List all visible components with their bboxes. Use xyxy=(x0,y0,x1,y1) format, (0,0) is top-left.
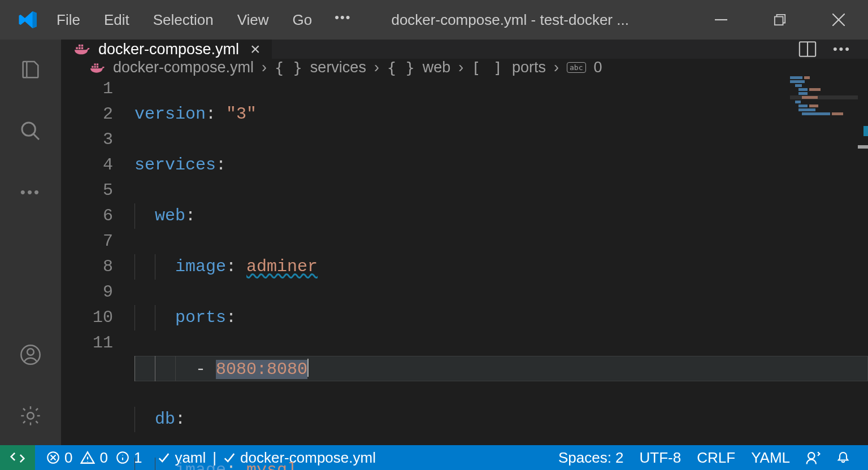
menu-go[interactable]: Go xyxy=(293,11,313,29)
main-menu: File Edit Selection View Go xyxy=(57,11,312,29)
breadcrumb-ports[interactable]: ports xyxy=(512,59,546,76)
minimize-button[interactable] xyxy=(692,0,750,40)
editor-area: docker-compose.yml × ••• docker-compose.… xyxy=(61,40,868,445)
chevron-right-icon: › xyxy=(554,59,559,76)
chevron-right-icon: › xyxy=(458,59,463,76)
info-marker[interactable] xyxy=(863,126,868,136)
tab-bar: docker-compose.yml × ••• xyxy=(61,40,868,59)
svg-point-3 xyxy=(27,349,34,355)
activity-more-icon[interactable]: ••• xyxy=(17,179,44,206)
settings-gear-icon[interactable] xyxy=(17,402,44,429)
menu-more-icon[interactable]: ••• xyxy=(335,10,351,25)
svg-rect-7 xyxy=(81,47,84,50)
object-icon: { } xyxy=(275,59,302,76)
svg-rect-6 xyxy=(79,47,81,50)
activity-bar: ••• xyxy=(0,40,61,445)
overview-ruler[interactable] xyxy=(858,76,868,470)
window-controls xyxy=(692,0,868,40)
svg-rect-0 xyxy=(775,17,783,25)
menu-edit[interactable]: Edit xyxy=(104,11,129,29)
string-icon: abc xyxy=(567,62,585,73)
breadcrumb[interactable]: docker-compose.yml › { } services › { } … xyxy=(61,59,868,76)
svg-rect-15 xyxy=(97,63,98,65)
window-title: docker-compose.yml - test-docker ... xyxy=(351,11,692,29)
vscode-logo-icon xyxy=(0,0,57,40)
split-editor-icon[interactable] xyxy=(798,40,817,59)
tab-docker-compose[interactable]: docker-compose.yml × xyxy=(61,40,272,59)
menu-file[interactable]: File xyxy=(57,11,80,29)
breadcrumb-services[interactable]: services xyxy=(310,59,366,76)
svg-point-4 xyxy=(27,412,34,419)
tab-filename: docker-compose.yml xyxy=(98,41,239,58)
tab-close-icon[interactable]: × xyxy=(250,40,261,59)
remote-indicator[interactable] xyxy=(0,445,35,470)
editor-more-icon[interactable]: ••• xyxy=(833,42,851,56)
svg-rect-12 xyxy=(94,66,96,67)
breadcrumb-index[interactable]: 0 xyxy=(594,59,602,76)
menu-selection[interactable]: Selection xyxy=(153,11,214,29)
maximize-button[interactable] xyxy=(750,0,809,40)
svg-rect-8 xyxy=(79,45,81,47)
close-button[interactable] xyxy=(809,0,868,40)
chevron-right-icon: › xyxy=(374,59,379,76)
svg-rect-13 xyxy=(97,66,98,67)
search-icon[interactable] xyxy=(17,118,44,145)
title-bar: File Edit Selection View Go ••• docker-c… xyxy=(0,0,868,40)
code-content[interactable]: version: "3" services: web: image: admin… xyxy=(134,76,868,470)
code-editor[interactable]: 1234567891011 version: "3" services: web… xyxy=(61,76,868,470)
svg-rect-9 xyxy=(81,45,84,47)
svg-rect-14 xyxy=(94,63,96,65)
array-icon: [ ] xyxy=(471,59,504,76)
svg-rect-5 xyxy=(76,47,78,50)
text-cursor xyxy=(307,359,309,377)
object-icon: { } xyxy=(387,59,415,76)
svg-rect-11 xyxy=(92,66,93,67)
chevron-right-icon: › xyxy=(262,59,267,76)
svg-point-1 xyxy=(22,123,35,136)
breadcrumb-file[interactable]: docker-compose.yml xyxy=(113,59,254,76)
minimap[interactable] xyxy=(790,76,858,133)
explorer-icon[interactable] xyxy=(17,56,44,84)
menu-view[interactable]: View xyxy=(237,11,269,29)
docker-file-icon xyxy=(75,43,90,55)
cursor-marker xyxy=(858,145,868,149)
docker-file-icon xyxy=(90,62,105,73)
breadcrumb-web[interactable]: web xyxy=(423,59,451,76)
accounts-icon[interactable] xyxy=(17,341,44,368)
line-numbers: 1234567891011 xyxy=(61,76,134,470)
